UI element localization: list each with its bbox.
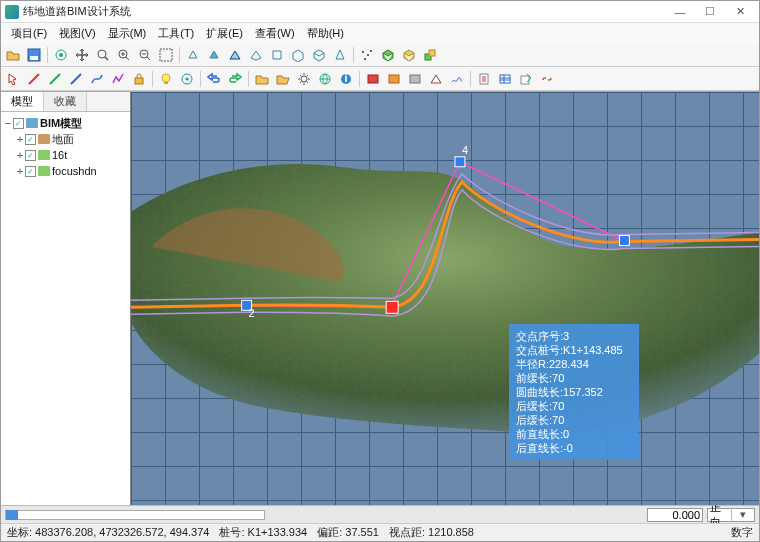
svg-rect-25 (410, 75, 420, 83)
layer-gray-icon[interactable] (405, 69, 425, 89)
maximize-button[interactable]: ☐ (695, 4, 725, 20)
curve-icon[interactable] (87, 69, 107, 89)
tree-node-16t[interactable]: +✓ 16t (3, 147, 128, 163)
chevron-down-icon: ▾ (731, 508, 755, 521)
box-green-icon[interactable] (378, 45, 398, 65)
timeline-slider[interactable] (5, 510, 265, 520)
profile-icon[interactable] (447, 69, 467, 89)
close-button[interactable]: ✕ (725, 4, 755, 20)
svg-point-11 (370, 50, 372, 52)
zoom-in-icon[interactable] (114, 45, 134, 65)
menu-extend[interactable]: 扩展(E) (200, 24, 249, 43)
folder-icon[interactable] (252, 69, 272, 89)
bottom-bar: 正向▾ (1, 505, 759, 523)
export-icon[interactable] (516, 69, 536, 89)
target-icon[interactable] (177, 69, 197, 89)
tooltip-line: 前直线长:0 (516, 427, 632, 441)
chain-icon[interactable] (537, 69, 557, 89)
tree-node-focushdn[interactable]: +✓ focushdn (3, 163, 128, 179)
svg-rect-7 (160, 49, 172, 61)
tooltip-line: 交点桩号:K1+143.485 (516, 343, 632, 357)
layer-orange-icon[interactable] (384, 69, 404, 89)
status-chainage: 桩号: K1+133.934 (219, 525, 307, 540)
model-tree[interactable]: −✓ BIM模型 +✓ 地面 +✓ 16t +✓ focushdn (1, 112, 130, 505)
shaded-edges-icon[interactable] (225, 45, 245, 65)
direction-combo[interactable]: 正向▾ (707, 508, 755, 522)
slider-thumb[interactable] (6, 510, 18, 520)
menu-file[interactable]: 项目(F) (5, 24, 53, 43)
report-icon[interactable] (474, 69, 494, 89)
line-red-icon[interactable] (24, 69, 44, 89)
open-icon[interactable] (3, 45, 23, 65)
svg-rect-28 (521, 76, 529, 84)
menu-display[interactable]: 显示(M) (102, 24, 153, 43)
view-top-icon[interactable] (246, 45, 266, 65)
status-viewdist: 视点距: 1210.858 (389, 525, 474, 540)
svg-rect-27 (500, 75, 510, 83)
svg-point-3 (59, 53, 63, 57)
menu-tools[interactable]: 工具(T) (152, 24, 200, 43)
box-stack-icon[interactable] (420, 45, 440, 65)
menu-browse[interactable]: 查看(W) (249, 24, 301, 43)
polyline-icon[interactable] (108, 69, 128, 89)
tooltip-line: 后直线长:-0 (516, 441, 632, 455)
menu-view[interactable]: 视图(V) (53, 24, 102, 43)
tree-root[interactable]: −✓ BIM模型 (3, 115, 128, 131)
view-front-icon[interactable] (267, 45, 287, 65)
zoom-out-icon[interactable] (135, 45, 155, 65)
svg-point-8 (362, 51, 364, 53)
layer-red-icon[interactable] (363, 69, 383, 89)
shaded-icon[interactable] (204, 45, 224, 65)
section-icon[interactable] (426, 69, 446, 89)
svg-point-9 (367, 54, 369, 56)
status-offset: 偏距: 37.551 (317, 525, 379, 540)
svg-rect-24 (389, 75, 399, 83)
toolbar-2: i (1, 67, 759, 91)
value-input[interactable] (647, 508, 703, 522)
svg-point-18 (186, 77, 189, 80)
save-icon[interactable] (24, 45, 44, 65)
line-blue-icon[interactable] (66, 69, 86, 89)
app-icon (5, 5, 19, 19)
3d-viewport[interactable]: 2 4 交点序号:3 交点桩号:K1+143.485 半径R:228.434 前… (131, 92, 759, 505)
select-icon[interactable] (3, 69, 23, 89)
svg-point-4 (98, 50, 106, 58)
zoom-extents-icon[interactable] (156, 45, 176, 65)
folder-open-icon[interactable] (273, 69, 293, 89)
lock-icon[interactable] (129, 69, 149, 89)
svg-point-10 (364, 58, 366, 60)
tree-node-terrain[interactable]: +✓ 地面 (3, 131, 128, 147)
orbit-icon[interactable] (51, 45, 71, 65)
globe-icon[interactable] (315, 69, 335, 89)
svg-rect-14 (135, 78, 143, 84)
menu-help[interactable]: 帮助(H) (301, 24, 350, 43)
minimize-button[interactable]: — (665, 4, 695, 20)
line-green-icon[interactable] (45, 69, 65, 89)
tab-model[interactable]: 模型 (1, 92, 44, 111)
zoom-window-icon[interactable] (93, 45, 113, 65)
settings-icon[interactable] (294, 69, 314, 89)
tab-favorites[interactable]: 收藏 (44, 92, 87, 111)
svg-text:4: 4 (462, 144, 468, 156)
svg-rect-31 (455, 157, 465, 167)
info-icon[interactable]: i (336, 69, 356, 89)
points-icon[interactable] (357, 45, 377, 65)
statusbar: 坐标: 483376.208, 4732326.572, 494.374 桩号:… (1, 523, 759, 541)
undo-icon[interactable] (204, 69, 224, 89)
sidebar-tabs: 模型 收藏 (1, 92, 130, 112)
road-alignment: 2 4 (131, 92, 759, 501)
view-persp-icon[interactable] (330, 45, 350, 65)
view-iso-icon[interactable] (309, 45, 329, 65)
table-icon[interactable] (495, 69, 515, 89)
box-yellow-icon[interactable] (399, 45, 419, 65)
toolbar-1 (1, 43, 759, 67)
redo-icon[interactable] (225, 69, 245, 89)
tooltip-line: 交点序号:3 (516, 329, 632, 343)
menubar: 项目(F) 视图(V) 显示(M) 工具(T) 扩展(E) 查看(W) 帮助(H… (1, 23, 759, 43)
view-side-icon[interactable] (288, 45, 308, 65)
tooltip-line: 半径R:228.434 (516, 357, 632, 371)
svg-rect-23 (368, 75, 378, 83)
bulb-icon[interactable] (156, 69, 176, 89)
wireframe-icon[interactable] (183, 45, 203, 65)
pan-icon[interactable] (72, 45, 92, 65)
